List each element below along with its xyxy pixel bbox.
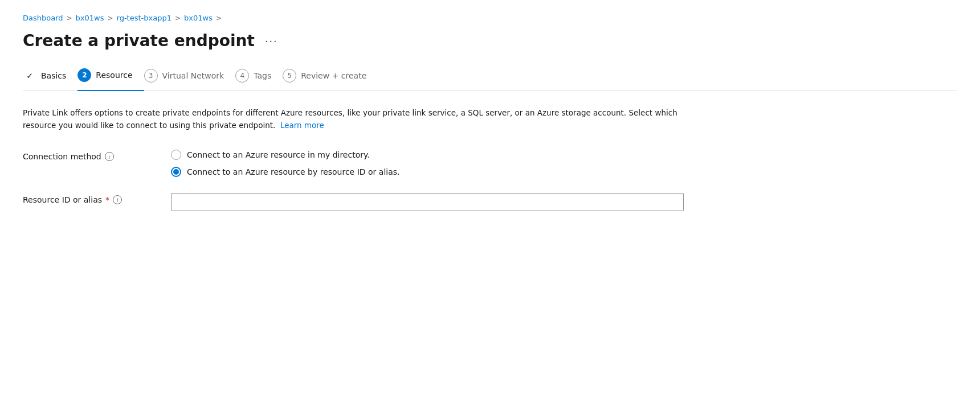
page-title-row: Create a private endpoint ··· — [23, 31, 957, 50]
resource-id-label: Resource ID or alias * i — [23, 193, 148, 204]
connection-method-row: Connection method i Connect to an Azure … — [23, 150, 957, 177]
connection-method-label-text: Connection method — [23, 152, 101, 161]
step-review-create[interactable]: 5 Review + create — [283, 69, 378, 90]
description-content: Private Link offers options to create pr… — [23, 108, 677, 130]
resource-id-row: Resource ID or alias * i — [23, 193, 957, 211]
step-resource[interactable]: 2 Resource — [77, 68, 144, 91]
radio-inner-resource-id — [173, 169, 179, 175]
radio-label-directory: Connect to an Azure resource in my direc… — [187, 150, 370, 159]
step-basics[interactable]: ✓ Basics — [23, 69, 77, 90]
breadcrumb-sep-2: > — [108, 14, 113, 22]
radio-option-directory[interactable]: Connect to an Azure resource in my direc… — [171, 150, 400, 160]
step-tags-number: 4 — [240, 72, 244, 80]
radio-input-directory[interactable] — [171, 150, 181, 160]
learn-more-link[interactable]: Learn more — [280, 121, 324, 130]
resource-id-label-text: Resource ID or alias — [23, 195, 102, 204]
step-basics-label: Basics — [41, 71, 66, 80]
wizard-steps: ✓ Basics 2 Resource 3 Virtual Network 4 … — [23, 68, 957, 91]
resource-id-input[interactable] — [171, 193, 684, 211]
step-tags-circle: 4 — [235, 69, 249, 83]
step-tags[interactable]: 4 Tags — [235, 69, 283, 90]
step-basics-circle: ✓ — [23, 69, 36, 83]
radio-input-resource-id[interactable] — [171, 167, 181, 177]
page-title: Create a private endpoint — [23, 31, 255, 50]
description-text: Private Link offers options to create pr… — [23, 107, 707, 131]
step-virtual-network-number: 3 — [149, 72, 153, 80]
ellipsis-button[interactable]: ··· — [262, 33, 281, 48]
resource-id-info-icon[interactable]: i — [113, 195, 122, 204]
step-basics-check: ✓ — [26, 71, 33, 80]
connection-method-radio-group: Connect to an Azure resource in my direc… — [171, 150, 400, 177]
form-section: Connection method i Connect to an Azure … — [23, 150, 957, 211]
step-review-create-number: 5 — [287, 72, 292, 80]
connection-method-label: Connection method i — [23, 150, 148, 161]
breadcrumb-sep-4: > — [216, 14, 222, 22]
step-virtual-network-circle: 3 — [144, 69, 158, 83]
step-virtual-network[interactable]: 3 Virtual Network — [144, 69, 236, 90]
breadcrumb: Dashboard > bx01ws > rg-test-bxapp1 > bx… — [23, 14, 957, 22]
step-resource-number: 2 — [82, 71, 87, 79]
connection-method-info-icon[interactable]: i — [105, 152, 114, 161]
step-resource-circle: 2 — [77, 68, 91, 82]
breadcrumb-dashboard[interactable]: Dashboard — [23, 14, 63, 22]
radio-option-resource-id[interactable]: Connect to an Azure resource by resource… — [171, 167, 400, 177]
step-tags-label: Tags — [254, 71, 271, 80]
radio-label-resource-id: Connect to an Azure resource by resource… — [187, 167, 400, 176]
step-review-create-label: Review + create — [301, 71, 366, 80]
breadcrumb-sep-1: > — [67, 14, 72, 22]
resource-id-required-star: * — [105, 195, 109, 204]
breadcrumb-bx01ws-2[interactable]: bx01ws — [184, 14, 213, 22]
breadcrumb-bx01ws-1[interactable]: bx01ws — [76, 14, 104, 22]
step-review-create-circle: 5 — [283, 69, 296, 83]
breadcrumb-sep-3: > — [175, 14, 181, 22]
step-resource-label: Resource — [96, 71, 132, 80]
breadcrumb-rg-test[interactable]: rg-test-bxapp1 — [117, 14, 172, 22]
step-virtual-network-label: Virtual Network — [162, 71, 224, 80]
